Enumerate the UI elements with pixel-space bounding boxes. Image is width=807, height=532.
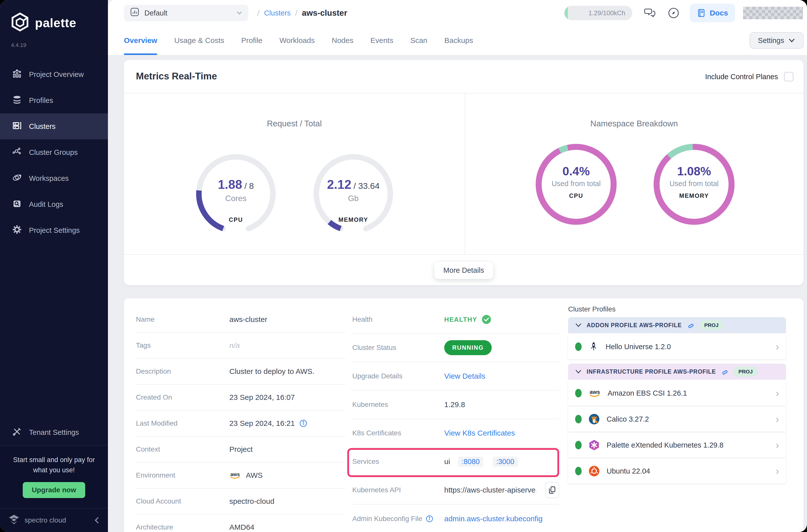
chat-icon[interactable]: [643, 6, 656, 19]
tab-overview[interactable]: Overview: [124, 26, 157, 55]
detail-value: 23 Sep 2024, 16:21: [229, 419, 295, 428]
profile-layer-row-ubuntu[interactable]: Ubuntu 22.04 ›: [568, 459, 786, 483]
memory-unit: Gb: [311, 194, 396, 203]
calico-icon: [588, 413, 600, 425]
layers-icon: [12, 95, 22, 107]
detail-label: Tags: [136, 341, 229, 349]
service-port-link[interactable]: :8080: [458, 457, 483, 467]
profile-layer-row-calico[interactable]: Calico 3.27.2 ›: [568, 406, 786, 432]
infrastructure-profile-group-header[interactable]: INFRASTRUCTURE PROFILE AWS-PROFILE PROJ: [568, 364, 786, 380]
gear-icon: [12, 225, 22, 236]
chevron-right-icon: ›: [776, 414, 779, 424]
app-name: palette: [35, 16, 76, 30]
copy-button[interactable]: [545, 482, 559, 498]
tab-backups[interactable]: Backups: [445, 26, 473, 55]
breadcrumb-clusters-link[interactable]: Clusters: [264, 9, 290, 17]
kubernetes-api-url: https://aws-cluster-apiserve…: [444, 486, 537, 494]
kubernetes-version: 1.29.8: [444, 400, 465, 409]
include-control-planes-label: Include Control Planes: [705, 73, 778, 81]
addon-profile-group-header[interactable]: ADDON PROFILE AWS-PROFILE PROJ: [568, 317, 786, 333]
sidebar-item-label: Project Settings: [29, 226, 80, 234]
tab-nodes[interactable]: Nodes: [332, 26, 354, 55]
view-k8s-certificates-link[interactable]: View K8s Certificates: [444, 429, 515, 437]
tab-workloads[interactable]: Workloads: [280, 26, 315, 55]
sidebar-item-audit-logs[interactable]: Audit Logs: [0, 191, 108, 217]
admin-kubeconfig-link[interactable]: admin.aws-cluster.kubeconfig: [444, 514, 543, 523]
view-details-link[interactable]: View Details: [444, 372, 485, 380]
brand-logo: palette: [0, 0, 108, 34]
detail-row-name: Name aws-cluster: [136, 307, 346, 333]
network-icon: [12, 147, 22, 158]
detail-label: Architecture: [136, 523, 229, 531]
app-version: 4.4.19: [0, 34, 108, 49]
collapse-sidebar-icon[interactable]: [94, 517, 100, 524]
hello-universe-icon: [588, 341, 599, 352]
compass-icon[interactable]: [667, 7, 680, 19]
detail-row-environment: Environment aws AWS: [136, 462, 346, 489]
profile-layer-row-hello-universe[interactable]: Hello Universe 1.2.0 ›: [568, 334, 786, 359]
chevron-down-icon: [236, 11, 242, 15]
memory-request-value: 2.12: [327, 177, 351, 192]
value-separator: /: [354, 181, 356, 191]
divider: [124, 93, 804, 93]
detail-value: spectro-cloud: [229, 497, 274, 506]
sidebar-item-tenant-settings[interactable]: Tenant Settings: [0, 419, 108, 445]
panel-title: Metrics Real-Time: [136, 71, 217, 82]
more-details-button[interactable]: More Details: [434, 262, 493, 279]
detail-value: 23 Sep 2024, 16:07: [229, 393, 295, 402]
sidebar-item-workspaces[interactable]: Workspaces: [0, 165, 108, 191]
tab-scan[interactable]: Scan: [410, 26, 427, 55]
detail-row-last-modified: Last Modified 23 Sep 2024, 16:21: [136, 411, 346, 437]
sidebar-item-label: Workspaces: [29, 174, 69, 183]
detail-label: Context: [136, 445, 229, 453]
sidebar-item-project-overview[interactable]: Project Overview: [0, 61, 108, 88]
chevron-down-icon: [789, 38, 795, 43]
sidebar-item-cluster-groups[interactable]: Cluster Groups: [0, 139, 108, 165]
service-port-link[interactable]: :3000: [493, 457, 518, 467]
detail-row-admin-kubeconfig: Admin Kubeconfig File admin.aws-cluster.…: [352, 505, 559, 532]
usage-quota-badge: 1.29/100kCh: [564, 6, 632, 20]
tab-profile[interactable]: Profile: [241, 26, 263, 55]
cluster-profiles-section: Cluster Profiles ADDON PROFILE AWS-PROFI…: [568, 305, 786, 483]
settings-button[interactable]: Settings: [750, 32, 804, 49]
sidebar-item-profiles[interactable]: Profiles: [0, 88, 108, 113]
tools-icon: [12, 426, 22, 438]
svg-text:aws: aws: [589, 389, 600, 395]
cpu-donut-label: CPU: [534, 192, 619, 199]
docs-button[interactable]: Docs: [690, 4, 735, 22]
chevron-down-icon: [575, 323, 582, 327]
tab-usage-costs[interactable]: Usage & Costs: [174, 26, 224, 55]
sidebar-item-clusters[interactable]: Clusters: [0, 113, 108, 139]
detail-label: Services: [352, 458, 444, 466]
upgrade-now-button[interactable]: Upgrade now: [23, 482, 85, 498]
status-dot: [575, 441, 582, 449]
include-control-planes-checkbox[interactable]: [784, 72, 793, 81]
status-dot: [575, 415, 582, 423]
cpu-total-value: 8: [249, 181, 254, 191]
user-account-redacted[interactable]: [743, 7, 803, 19]
cpu-gauge: 1.88 / 8 Cores CPU: [193, 151, 278, 236]
aws-logo-icon: aws: [229, 471, 241, 479]
gauge-section-title: Request / Total: [124, 119, 465, 128]
profile-layer-row-palette-kubernetes[interactable]: Palette eXtended Kubernetes 1.29.8 ›: [568, 433, 786, 458]
memory-used-percent: 1.08%: [652, 164, 736, 178]
sidebar-item-project-settings[interactable]: Project Settings: [0, 217, 108, 243]
profile-layer-row-amazon-ebs[interactable]: aws Amazon EBS CSI 1.26.1 ›: [568, 381, 786, 406]
aws-logo-icon: aws: [588, 388, 601, 398]
memory-donut-label: MEMORY: [652, 192, 736, 199]
group-header-label: ADDON PROFILE AWS-PROFILE: [587, 322, 682, 329]
detail-value: AWS: [246, 471, 263, 479]
detail-row-services: Services ui :8080 :3000: [352, 448, 559, 476]
tab-events[interactable]: Events: [370, 26, 393, 55]
project-selector[interactable]: Default: [124, 5, 248, 21]
chevron-right-icon: ›: [776, 388, 779, 398]
profile-layer-name: Calico 3.27.2: [607, 415, 649, 423]
status-dot: [575, 467, 582, 475]
info-icon[interactable]: [299, 419, 307, 428]
info-icon[interactable]: [426, 515, 433, 522]
sidebar-item-label: Cluster Groups: [29, 148, 78, 157]
top-bar: Default / Clusters / aws-cluster 1.29/10…: [108, 0, 807, 26]
cpu-used-caption: Used from total: [534, 179, 619, 188]
detail-label: Cloud Account: [136, 497, 229, 505]
cluster-profiles-title: Cluster Profiles: [568, 305, 786, 313]
